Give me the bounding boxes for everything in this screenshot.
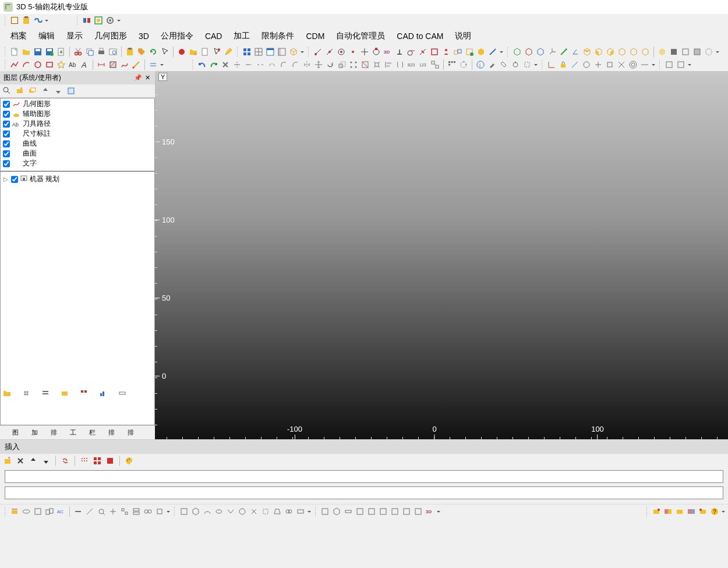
book-icon[interactable] — [9, 15, 20, 26]
b-icon-11[interactable] — [143, 506, 153, 517]
text-ab-icon[interactable]: Ab — [68, 59, 78, 70]
layer-label[interactable]: 几何图形 — [23, 99, 51, 109]
ucs5-icon[interactable] — [605, 59, 615, 70]
ucs3-icon[interactable] — [581, 59, 592, 70]
menu-3d[interactable]: 3D — [133, 30, 155, 43]
s-icon-2[interactable] — [190, 506, 201, 517]
arc-icon[interactable] — [21, 59, 31, 70]
help-icon[interactable]: ? — [709, 506, 720, 517]
b-icon-8[interactable] — [108, 506, 118, 517]
toolbar-dropdown[interactable] — [721, 506, 726, 517]
s-icon-7[interactable] — [249, 506, 259, 517]
tab-3[interactable]: 排 — [40, 427, 59, 438]
s-icon-9[interactable] — [272, 506, 282, 517]
tool-c-icon[interactable] — [522, 59, 532, 70]
menu-automation[interactable]: 自动化管理员 — [330, 29, 391, 43]
pattern-grid-icon[interactable] — [447, 59, 457, 70]
menu-constraints[interactable]: 限制条件 — [256, 29, 300, 43]
toolbar-dropdown[interactable] — [160, 59, 164, 70]
delete-x-icon[interactable] — [220, 59, 231, 70]
four-squares-icon[interactable] — [92, 456, 103, 466]
layer-copy-icon[interactable] — [28, 86, 37, 96]
rect-icon[interactable] — [44, 59, 55, 70]
join-icon[interactable] — [267, 59, 277, 70]
snap-cross-icon[interactable] — [359, 47, 370, 57]
new-layer-icon[interactable]: * — [15, 86, 24, 96]
t-icon-2[interactable] — [331, 506, 342, 517]
toolbar-grip-icon[interactable] — [4, 59, 6, 70]
polyline-icon[interactable] — [9, 59, 20, 70]
snap-perp-icon[interactable] — [394, 47, 405, 57]
b-icon-1[interactable] — [9, 506, 20, 517]
view-iso1-icon[interactable] — [512, 47, 522, 57]
save-as-icon[interactable] — [44, 47, 55, 57]
b-icon-4[interactable] — [44, 506, 55, 517]
offset-icon[interactable] — [148, 59, 158, 70]
s-icon-11[interactable] — [295, 506, 306, 517]
star-icon[interactable] — [56, 59, 66, 70]
edit-line-icon[interactable] — [131, 59, 142, 70]
toolbar-grip-icon[interactable] — [236, 47, 239, 57]
palette-icon[interactable] — [124, 456, 135, 466]
layer-label[interactable]: 刀具路径 — [23, 119, 51, 129]
move-up-icon[interactable] — [41, 86, 50, 96]
preview-icon[interactable] — [108, 47, 118, 57]
b-icon-3[interactable] — [33, 506, 43, 517]
toolbar-dropdown[interactable] — [300, 47, 305, 57]
ucs6-icon[interactable] — [616, 59, 627, 70]
toolbar-dropdown[interactable] — [687, 59, 692, 70]
snap-person-icon[interactable] — [441, 47, 451, 57]
dots-grid-icon[interactable] — [79, 456, 90, 466]
quick-dropdown[interactable] — [44, 15, 49, 26]
layout-icon[interactable] — [277, 47, 287, 57]
cut-icon[interactable] — [73, 47, 83, 57]
copy-icon[interactable] — [84, 47, 95, 57]
layers-list[interactable]: 几何图形 辅助图形 刀具路径 尺寸标註 曲线 曲面 Ab文字 — [0, 98, 155, 171]
rotate-icon[interactable] — [325, 59, 335, 70]
face-top-icon[interactable] — [582, 47, 592, 57]
t-icon-7[interactable] — [390, 506, 400, 517]
r-icon-3[interactable] — [674, 506, 685, 517]
layer-checkbox[interactable] — [3, 130, 10, 137]
move-icon[interactable] — [313, 59, 324, 70]
t-icon-6[interactable] — [378, 506, 388, 517]
expand-icon[interactable]: ▷ — [3, 176, 9, 182]
t-icon-3[interactable] — [343, 506, 354, 517]
snap-end-icon[interactable] — [313, 47, 323, 57]
menu-cad[interactable]: CAD — [199, 30, 228, 43]
toolbar-grip-icon[interactable] — [76, 15, 79, 26]
find-icon[interactable] — [2, 86, 12, 96]
undo-icon[interactable] — [197, 59, 207, 70]
menu-file[interactable]: 档案 — [5, 29, 33, 43]
layer-checkbox[interactable] — [3, 140, 10, 147]
toolbar-grip-icon[interactable] — [507, 47, 509, 57]
s-icon-6[interactable] — [237, 506, 248, 517]
toolbar-dropdown[interactable] — [651, 59, 656, 70]
view-a-icon[interactable] — [664, 59, 674, 70]
record-icon[interactable] — [176, 47, 187, 57]
lock-icon[interactable] — [558, 59, 568, 70]
t-icon-5[interactable] — [366, 506, 377, 517]
toolbar-grip-icon[interactable] — [659, 59, 661, 70]
b-icon-6[interactable] — [84, 506, 95, 517]
save-icon[interactable] — [33, 47, 43, 57]
link-icon[interactable] — [33, 15, 43, 26]
menu-machining[interactable]: 加工 — [228, 29, 256, 43]
tool-a-icon[interactable] — [499, 59, 509, 70]
dim-icon[interactable] — [96, 59, 107, 70]
s-icon-10[interactable] — [284, 506, 294, 517]
solid-square-icon[interactable] — [105, 456, 115, 466]
b-icon-2[interactable] — [21, 506, 31, 517]
menu-help[interactable]: 说明 — [449, 29, 477, 43]
snap-mid-icon[interactable] — [324, 47, 335, 57]
toolbar-grip-icon[interactable] — [314, 506, 317, 517]
font-a-icon[interactable]: A — [79, 59, 90, 70]
s-icon-1[interactable] — [179, 506, 189, 517]
settings-gear-icon[interactable] — [105, 15, 115, 26]
tab-6[interactable]: 排 — [97, 427, 116, 438]
grid2-icon[interactable] — [253, 47, 264, 57]
axis-xyz-icon[interactable] — [547, 47, 557, 57]
eyedrop-icon[interactable] — [487, 59, 497, 70]
toolbar-grip-icon[interactable] — [308, 47, 310, 57]
t-3d-icon[interactable]: 3D — [425, 506, 435, 517]
